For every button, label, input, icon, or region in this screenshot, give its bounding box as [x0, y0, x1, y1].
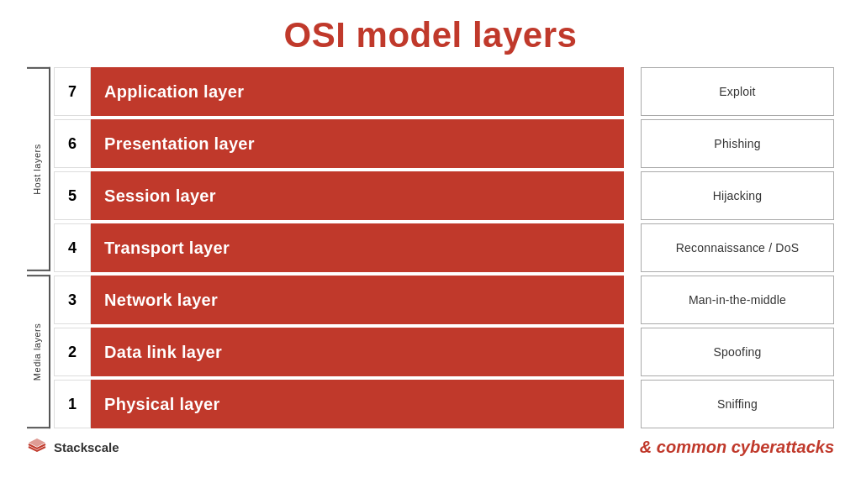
layer-row: 1Physical layer [54, 380, 624, 428]
media-layers-label: Media layers [27, 275, 50, 428]
layer-name: Presentation layer [91, 134, 255, 154]
layer-name: Network layer [91, 291, 218, 310]
layer-row: 4Transport layer [54, 223, 624, 272]
brand-icon [27, 437, 47, 458]
layer-number: 2 [54, 328, 91, 376]
footer: Stackscale & common cyberattacks [27, 437, 834, 458]
main-content: Host layers Media layers 7Application la… [27, 67, 834, 428]
group-labels: Host layers Media layers [27, 67, 50, 428]
layer-name: Application layer [91, 82, 244, 102]
layer-row: 5Session layer [54, 171, 624, 220]
layer-name: Transport layer [91, 239, 230, 258]
attack-box: Sniffing [641, 380, 834, 428]
layer-number: 3 [54, 276, 91, 324]
layer-name: Physical layer [91, 395, 220, 414]
layer-row: 6Presentation layer [54, 119, 624, 168]
page-title: OSI model layers [284, 15, 578, 55]
layer-number: 4 [54, 223, 91, 272]
attack-box: Hijacking [641, 171, 834, 220]
layer-name: Data link layer [91, 343, 222, 362]
layer-number: 7 [54, 67, 91, 116]
brand-name: Stackscale [54, 440, 119, 454]
footer-tagline: & common cyberattacks [640, 438, 834, 457]
layer-row: 7Application layer [54, 67, 624, 116]
layer-name: Session layer [91, 186, 216, 206]
brand: Stackscale [27, 437, 119, 458]
left-section: Host layers Media layers 7Application la… [27, 67, 624, 428]
layer-number: 6 [54, 119, 91, 168]
host-layers-label: Host layers [27, 67, 50, 271]
layers-list: 7Application layer6Presentation layer5Se… [54, 67, 624, 428]
attack-box: Exploit [641, 67, 834, 116]
attacks-list: ExploitPhishingHijackingReconnaissance /… [641, 67, 834, 428]
attack-box: Spoofing [641, 328, 834, 376]
layer-number: 1 [54, 380, 91, 428]
attack-box: Man-in-the-middle [641, 276, 834, 324]
layer-row: 2Data link layer [54, 328, 624, 376]
layer-row: 3Network layer [54, 276, 624, 324]
layer-number: 5 [54, 171, 91, 220]
attack-box: Phishing [641, 119, 834, 168]
attack-box: Reconnaissance / DoS [641, 223, 834, 272]
